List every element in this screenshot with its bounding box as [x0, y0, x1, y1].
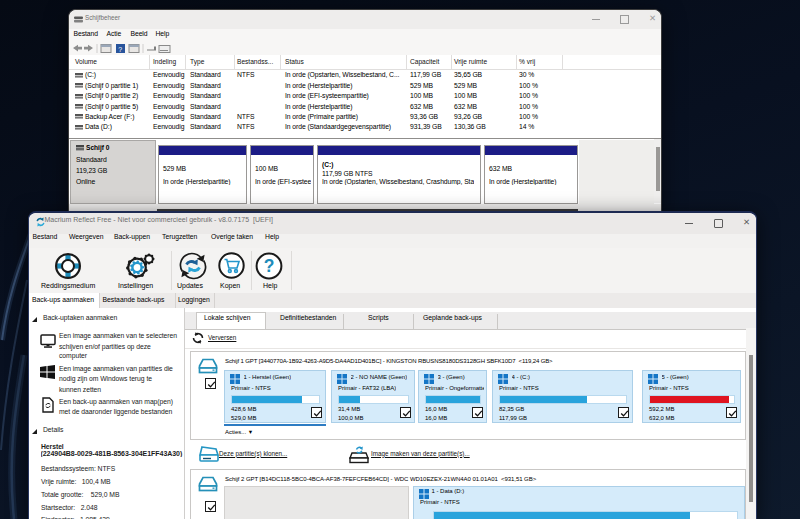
svg-text:?: ?	[118, 46, 122, 53]
svg-text:?: ?	[264, 256, 275, 276]
